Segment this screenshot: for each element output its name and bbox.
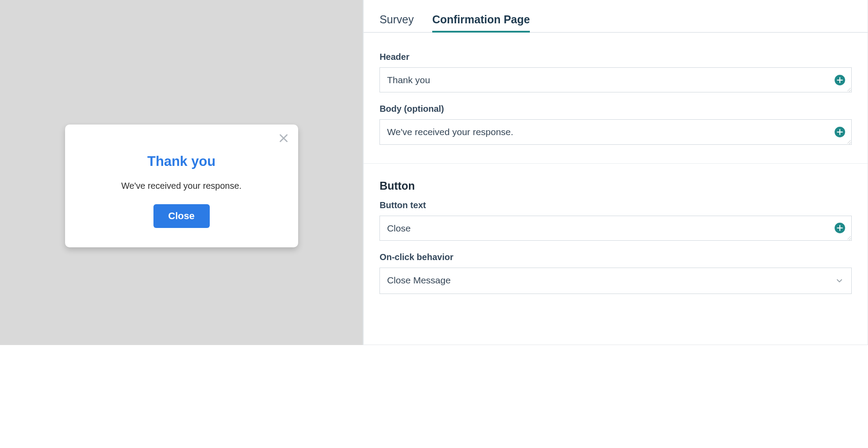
tab-confirmation-page[interactable]: Confirmation Page — [432, 13, 530, 32]
plus-circle-icon[interactable] — [834, 126, 846, 138]
tab-survey[interactable]: Survey — [379, 13, 414, 32]
preview-pane: Thank you We've received your response. … — [0, 0, 363, 345]
label-onclick-behavior: On-click behavior — [379, 252, 852, 262]
svg-rect-7 — [837, 132, 843, 132]
section-title-button: Button — [379, 180, 852, 192]
settings-pane: Survey Confirmation Page Header Thank yo… — [363, 0, 868, 345]
body-input[interactable]: We've received your response. — [379, 119, 852, 144]
onclick-behavior-select[interactable]: Close Message — [379, 268, 852, 294]
preview-dialog: Thank you We've received your response. … — [65, 125, 298, 247]
header-input[interactable]: Thank you — [379, 67, 852, 92]
button-text-input[interactable]: Close — [379, 216, 852, 241]
preview-close-button[interactable]: Close — [153, 204, 210, 228]
svg-rect-10 — [837, 228, 843, 228]
tabs: Survey Confirmation Page — [364, 0, 868, 33]
app-root: Thank you We've received your response. … — [0, 0, 868, 345]
label-button-text: Button text — [379, 200, 852, 210]
plus-circle-icon[interactable] — [834, 74, 846, 86]
section-button: Button Button text Close On-click behavi… — [364, 163, 868, 310]
plus-circle-icon[interactable] — [834, 222, 846, 234]
section-content: Header Thank you Body (optional) We've r… — [364, 33, 868, 161]
svg-rect-4 — [837, 80, 843, 81]
preview-body: We've received your response. — [78, 181, 285, 191]
preview-title: Thank you — [78, 154, 285, 169]
label-body: Body (optional) — [379, 104, 852, 114]
close-icon[interactable] — [278, 132, 289, 144]
label-header: Header — [379, 52, 852, 62]
